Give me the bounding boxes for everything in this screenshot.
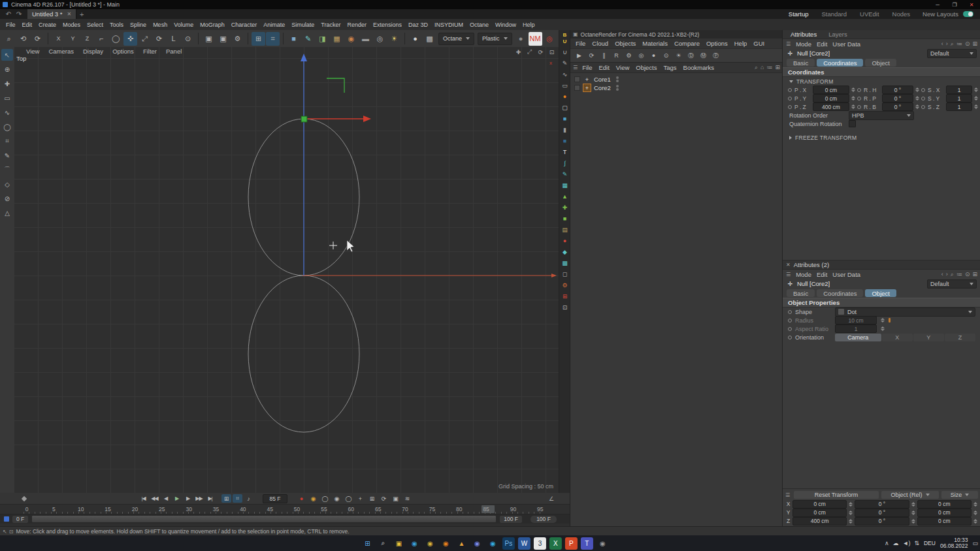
record-rotation-icon[interactable]: ⟳ <box>379 494 389 503</box>
home-icon[interactable]: ⌂ <box>760 64 764 71</box>
onedrive-icon[interactable]: ☁ <box>893 540 899 546</box>
nm-plugin-icon[interactable]: NM <box>529 32 542 46</box>
fcurve-icon[interactable]: ∿ <box>560 70 570 78</box>
record-scale-icon[interactable]: ⊞ <box>367 494 377 503</box>
sz-field[interactable]: 1 <box>946 102 972 111</box>
menu-item[interactable]: Daz 3D <box>405 22 431 28</box>
axis-y-lock[interactable]: Y <box>66 32 80 46</box>
key-dot-icon[interactable] <box>921 88 925 92</box>
redo-icon[interactable]: ⟳ <box>31 32 44 46</box>
coordinate-system-icon[interactable]: ⌐ <box>95 32 108 46</box>
total-frames-field[interactable]: 100 F <box>531 516 557 523</box>
orientation-camera[interactable]: Camera <box>835 334 881 341</box>
volume-icon[interactable]: ◄) <box>903 540 911 546</box>
key-dot-icon[interactable] <box>788 336 792 339</box>
last-tool-icon[interactable]: L <box>167 32 180 46</box>
field-icon[interactable]: ◉ <box>344 32 358 46</box>
autokey-icon[interactable]: ◉ <box>308 494 318 503</box>
gray-sphere-icon[interactable]: ● <box>514 32 528 46</box>
play-button[interactable]: ▶ <box>172 494 182 503</box>
menu-item[interactable]: Render <box>344 22 370 28</box>
grid-tool-icon[interactable]: ⌗ <box>1 135 13 147</box>
menu-item[interactable]: Help <box>519 22 538 28</box>
plug-icon[interactable]: ⊡ <box>560 303 570 311</box>
spinner[interactable] <box>973 95 979 102</box>
y-position-field[interactable]: 0 cm <box>792 509 847 517</box>
spinner[interactable] <box>848 517 853 525</box>
om-menu[interactable]: Objects <box>632 64 660 71</box>
rect-select-tool-icon[interactable]: ▭ <box>1 92 13 104</box>
keyframe-selection-icon[interactable]: ◯ <box>320 494 330 503</box>
spinner[interactable] <box>851 95 856 102</box>
record-filter-icon[interactable]: ◉ <box>332 494 342 503</box>
material-ball-icon[interactable]: ● <box>649 51 659 61</box>
axis-z-lock[interactable]: Z <box>80 32 94 46</box>
rp-field[interactable]: 0 ° <box>882 94 913 102</box>
lock-resolution-icon[interactable]: ⊙ <box>661 51 671 61</box>
tab-close-icon[interactable]: ✕ <box>67 11 71 17</box>
viewport-canvas[interactable] <box>14 47 559 493</box>
key-dot-icon[interactable] <box>788 97 792 101</box>
vp-menu[interactable]: Display <box>79 48 107 55</box>
cube-blue-icon[interactable]: ■ <box>560 114 570 123</box>
photoshop-icon[interactable]: Ps <box>502 537 515 550</box>
object-row[interactable]: + Core2 <box>570 84 783 92</box>
om-menu[interactable]: File <box>579 64 595 71</box>
z-rotation-field[interactable]: 0 ° <box>855 517 909 526</box>
camera-icon[interactable]: ◎ <box>373 32 387 46</box>
search-icon[interactable]: ⌕ <box>951 271 954 278</box>
render-engine-dropdown[interactable]: Octane <box>438 33 474 45</box>
menu-item[interactable]: Tracker <box>318 22 344 28</box>
vp-menu[interactable]: Options <box>108 48 138 55</box>
key-dot-icon[interactable] <box>788 105 792 109</box>
word-icon[interactable]: W <box>518 537 531 550</box>
sy-field[interactable]: 1 <box>946 94 972 102</box>
render-region-icon[interactable]: R <box>612 51 621 61</box>
menu-item[interactable]: Extensions <box>370 22 405 28</box>
plane-handle[interactable] <box>327 78 344 93</box>
spinner[interactable] <box>915 86 920 94</box>
range-start-field[interactable]: 0 F <box>12 516 28 523</box>
rp-menu[interactable]: Edit <box>814 40 830 48</box>
rotate-tool-icon[interactable]: ⟳ <box>152 32 166 46</box>
shape-dropdown[interactable]: Dot <box>835 307 975 317</box>
maximize-button[interactable]: ❐ <box>946 0 963 9</box>
spinner[interactable] <box>915 95 920 102</box>
rp-menu[interactable]: User Data <box>830 271 863 278</box>
vp-menu[interactable]: Filter <box>139 48 161 55</box>
diamond-tool-icon[interactable]: ◇ <box>1 178 13 190</box>
menu-item[interactable]: Mesh <box>150 22 171 28</box>
spinner[interactable] <box>851 103 856 111</box>
floor-icon[interactable]: ▬ <box>359 32 372 46</box>
coords-mode-dropdown[interactable]: Object (Rel) <box>881 491 939 499</box>
menu-item[interactable]: Octane <box>466 22 492 28</box>
render-pause-icon[interactable]: ∥ <box>599 51 609 61</box>
range-start-handle[interactable] <box>4 516 9 522</box>
freeze-transform-header[interactable]: FREEZE TRANSFORM <box>783 133 980 142</box>
goto-end-button[interactable]: ▶| <box>205 494 215 503</box>
quantize-toggle[interactable]: ⌗ <box>233 494 242 503</box>
search-icon[interactable]: ⌕ <box>951 40 954 48</box>
spinner[interactable] <box>973 86 979 94</box>
menu-icon[interactable]: ☰ <box>785 492 790 498</box>
rp-menu[interactable]: Mode <box>793 271 814 278</box>
spinner[interactable] <box>973 509 978 516</box>
light-icon[interactable]: ☀ <box>387 32 401 46</box>
toggle-view-icon[interactable]: ⊡ <box>547 48 556 56</box>
object-name[interactable]: Core1 <box>594 76 611 83</box>
render-view-icon[interactable]: ▣ <box>202 32 216 46</box>
keyframe-bar-toggle[interactable]: ⊞ <box>221 494 231 503</box>
orientation-z[interactable]: Z <box>945 334 975 341</box>
frame-icon[interactable]: ▢ <box>560 103 570 112</box>
filter-icon[interactable]: ≔ <box>956 40 962 48</box>
tab-object[interactable]: Object <box>865 289 896 297</box>
edge-icon[interactable]: ◉ <box>408 537 421 550</box>
key-dot-icon[interactable] <box>921 105 925 109</box>
circle-spline-2[interactable] <box>248 276 359 432</box>
material-preset-dropdown[interactable]: Plastic <box>478 33 512 45</box>
mini-fcurve-icon[interactable]: ∠ <box>549 496 554 502</box>
new-layouts-toggle[interactable] <box>963 11 973 17</box>
record-pla-icon[interactable]: ≋ <box>402 494 412 503</box>
triangle-green-icon[interactable]: ▲ <box>560 192 570 200</box>
frame-ruler[interactable]: 05101520253035404550556065707580859095 <box>0 505 570 514</box>
